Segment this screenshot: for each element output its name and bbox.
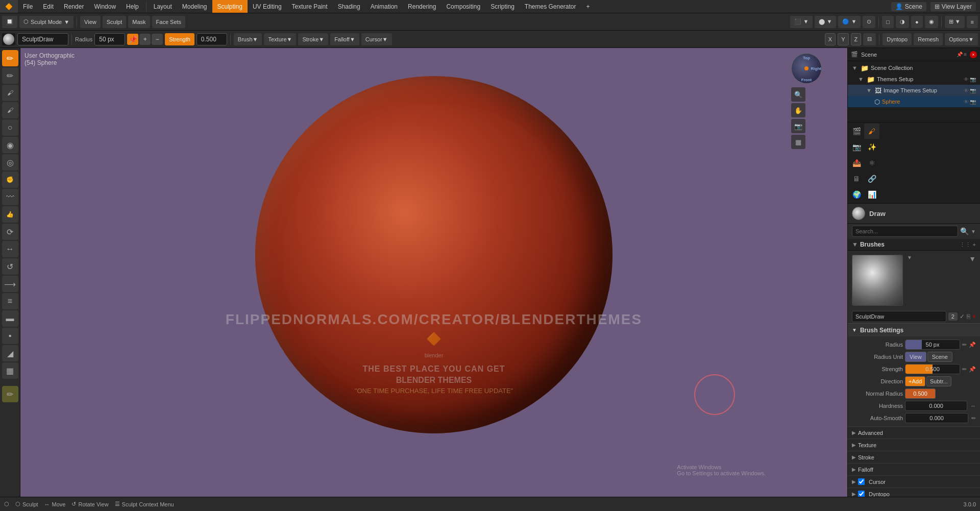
view-unit-btn[interactable]: View [905, 352, 926, 362]
strength-slider[interactable]: 0.500 [905, 364, 960, 374]
scene-filter-icon[interactable]: ≡ [964, 52, 967, 57]
outliner-row-image-themes[interactable]: ▼ 🖼 Image Themes Setup 👁 📷 [848, 85, 980, 96]
cursor-checkbox[interactable] [858, 478, 865, 485]
grid-btn[interactable]: ▦ [791, 135, 805, 149]
bottom-context-menu-item[interactable]: ☰ Sculpt Context Menu [115, 501, 174, 507]
brush-name-display[interactable]: SculptDraw [17, 33, 68, 45]
outliner-row-themes-setup[interactable]: ▼ 📁 Themes Setup 👁 📷 [848, 74, 980, 85]
strength-edit-icon[interactable]: ✏ [962, 366, 967, 373]
mask-menu-btn[interactable]: Mask [128, 16, 150, 28]
dyntopo-btn[interactable]: Dyntopo [883, 33, 912, 45]
tab-sculpting[interactable]: Sculpting [212, 0, 248, 13]
brushes-menu-icon[interactable]: ⋮⋮ [960, 241, 971, 248]
tool-pinch[interactable]: ◉ [2, 137, 18, 153]
tool-thumb[interactable]: 👍 [2, 206, 18, 223]
gizmo-btn[interactable]: ⬤ ▼ [815, 16, 836, 28]
camera-btn[interactable]: 📷 [791, 119, 805, 133]
prop-constraints-icon[interactable]: 🔗 [864, 171, 879, 186]
scene-pin-icon[interactable]: 📌 [957, 52, 963, 57]
scene-close-btn[interactable]: × [970, 51, 977, 58]
nav-sphere[interactable]: Top Front Right [791, 53, 822, 84]
prop-output-icon[interactable]: 📤 [849, 155, 864, 171]
prop-brush-icon[interactable]: 🖌 [864, 124, 879, 139]
tool-slide[interactable]: ⟶ [2, 276, 18, 292]
proportional-edit-btn[interactable]: ⊙ [863, 16, 875, 28]
auto-smooth-edit-icon[interactable]: ✏ [971, 415, 976, 422]
camera-icon2[interactable]: 📷 [970, 88, 976, 93]
radius-pin-icon[interactable]: 📌 [969, 342, 976, 348]
brush-settings-header[interactable]: ▼ Brush Settings [848, 323, 980, 336]
tab-shading[interactable]: Shading [333, 0, 365, 13]
tab-scripting[interactable]: Scripting [485, 0, 520, 13]
mirror-btn[interactable]: ⊟ [863, 33, 876, 45]
radius-plus-btn[interactable]: + [139, 34, 151, 45]
overlay-btn[interactable]: ⬛ ▼ [790, 16, 813, 28]
prop-render-icon[interactable]: 📷 [849, 139, 864, 155]
tab-animation[interactable]: Animation [365, 0, 403, 13]
x-axis-btn[interactable]: X [825, 33, 836, 45]
tool-flatten[interactable]: ▬ [2, 310, 18, 327]
bottom-editor-type[interactable]: ⬡ [4, 501, 9, 507]
prop-physics-icon[interactable]: ⚛ [864, 155, 879, 171]
z-axis-btn[interactable]: Z [851, 33, 862, 45]
sculpt-menu-btn[interactable]: Sculpt [103, 16, 127, 28]
brush-list-expand[interactable]: ▼ [969, 255, 976, 263]
dyntopo-checkbox[interactable] [858, 491, 865, 497]
menu-help[interactable]: Help [121, 0, 144, 13]
menu-edit[interactable]: Edit [38, 0, 59, 13]
outliner-row-sphere[interactable]: ⬡ Sphere 👁 📷 [848, 96, 980, 107]
brush-icon-btn[interactable] [2, 33, 15, 45]
cursor-menu-btn[interactable]: Cursor ▼ [361, 33, 392, 45]
editor-type-btn[interactable]: 🔲 [2, 16, 17, 28]
brush-menu-btn[interactable]: Brush ▼ [234, 33, 262, 45]
shading-material-btn[interactable]: ● [911, 16, 923, 28]
filter-btn[interactable]: ≡ [967, 16, 978, 28]
falloff-menu-btn[interactable]: Falloff ▼ [330, 33, 359, 45]
tool-draw[interactable]: ✏ [2, 50, 18, 66]
prop-scene-icon[interactable]: 🎬 [849, 124, 864, 139]
tab-texture-paint[interactable]: Texture Paint [287, 0, 333, 13]
bottom-move-item[interactable]: ↔ Move [44, 501, 66, 507]
tool-clay2[interactable]: 🖌 [2, 102, 18, 118]
tool-scrape[interactable]: ◢ [2, 345, 18, 361]
tool-fill[interactable]: ▪ [2, 328, 18, 344]
sculpt-mode-btn[interactable]: ⬡ Sculpt Mode ▼ [19, 16, 74, 28]
brush-search-input[interactable] [852, 226, 958, 237]
brush-name-input[interactable] [852, 311, 946, 322]
prop-view-icon[interactable]: 🖥 [849, 171, 864, 186]
face-sets-menu-btn[interactable]: Face Sets [152, 16, 186, 28]
outliner-row-scene-collection[interactable]: ▼ 📁 Scene Collection [848, 62, 980, 74]
strength-pin-icon[interactable]: 📌 [969, 366, 976, 373]
tool-smooth[interactable]: ○ [2, 119, 18, 136]
bottom-sculpt-item[interactable]: ⬡ Sculpt [15, 501, 38, 507]
add-direction-btn[interactable]: + Add [905, 376, 925, 386]
viewport[interactable]: User Orthographic (54) Sphere FLIPPEDNOR… [20, 48, 847, 497]
brush-check-icon[interactable]: ✓ [960, 313, 965, 320]
tool-inflate[interactable]: ◎ [2, 154, 18, 171]
camera-outliner-icon[interactable]: 📷 [970, 77, 976, 82]
bottom-rotate-item[interactable]: ↺ Rotate View [71, 501, 108, 507]
radius-slider[interactable]: 50 px [905, 339, 960, 350]
falloff-section[interactable]: ▶ Falloff [848, 463, 980, 475]
tab-compositing[interactable]: Compositing [441, 0, 485, 13]
cursor-section[interactable]: ▶ Cursor [848, 475, 980, 488]
subtract-direction-btn[interactable]: Subtr... [926, 376, 951, 386]
texture-menu-btn[interactable]: Texture ▼ [264, 33, 296, 45]
brushes-add-icon[interactable]: + [973, 241, 976, 248]
options-btn[interactable]: Options ▼ [945, 33, 978, 45]
add-workspace-btn[interactable]: + [581, 0, 595, 13]
tab-modeling[interactable]: Modeling [177, 0, 212, 13]
prop-particles-icon[interactable]: ✨ [864, 139, 879, 155]
props-expand-icon[interactable]: ▼ [971, 229, 976, 234]
tool-snake[interactable]: 〰 [2, 189, 18, 205]
shading-render-btn[interactable]: ◉ [925, 16, 938, 28]
search-icon[interactable]: 🔍 [960, 227, 969, 235]
tab-themes-generator[interactable]: Themes Generator [520, 0, 581, 13]
strength-value[interactable]: 0.500 [197, 33, 227, 45]
menu-file[interactable]: File [18, 0, 38, 13]
menu-render[interactable]: Render [59, 0, 89, 13]
brush-expand-arrow[interactable]: ▼ [907, 255, 965, 260]
sphere-camera-icon[interactable]: 📷 [970, 99, 976, 105]
radius-edit-icon[interactable]: ✏ [962, 342, 967, 348]
normal-radius-value[interactable]: 0.500 [905, 388, 936, 399]
